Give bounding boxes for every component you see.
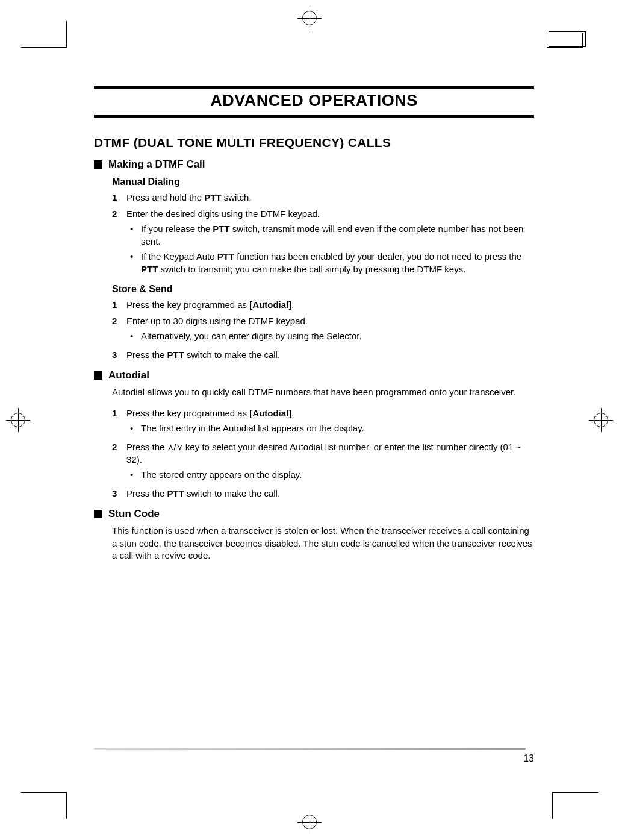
- step-number: 2: [112, 315, 126, 345]
- text: Enter the desired digits using the DTMF …: [126, 208, 320, 219]
- page-number: 13: [523, 753, 534, 764]
- text-bold: PTT: [217, 251, 234, 262]
- step-number: 3: [112, 348, 126, 361]
- text-bold: [Autodial]: [249, 408, 291, 418]
- crop-mark: [549, 31, 586, 47]
- text: If the Keypad Auto: [141, 251, 217, 262]
- bullet-list: •The first entry in the Autodial list ap…: [126, 422, 534, 434]
- text: Press and hold the: [126, 192, 204, 202]
- step-number: 1: [112, 191, 126, 204]
- text-bold: [Autodial]: [249, 299, 291, 310]
- text-bold: PTT: [167, 349, 184, 360]
- heading-store-send: Store & Send: [112, 284, 534, 295]
- crop-mark: [66, 21, 67, 48]
- bullet-body: The first entry in the Autodial list app…: [141, 422, 534, 434]
- text: Press the: [126, 349, 167, 360]
- subsection-making-dtmf-call: Making a DTMF Call: [94, 158, 534, 171]
- crop-mark: [66, 792, 67, 819]
- list-item: •The stored entry appears on the display…: [126, 468, 534, 481]
- registration-mark: [297, 6, 322, 30]
- bullet-list: •The stored entry appears on the display…: [126, 468, 534, 481]
- bullet-body: The stored entry appears on the display.: [141, 468, 534, 481]
- text: .: [291, 299, 294, 310]
- subsection-stun-code: Stun Code: [94, 508, 534, 520]
- chapter-title: ADVANCED OPERATIONS: [94, 86, 534, 118]
- step-number: 2: [112, 440, 126, 483]
- text-bold: PTT: [141, 264, 158, 274]
- text: key to select your desired Autodial list…: [126, 442, 521, 465]
- text: Enter up to 30 digits using the DTMF key…: [126, 316, 308, 326]
- step-body: Press and hold the PTT switch.: [126, 191, 534, 204]
- text: switch to make the call.: [184, 488, 280, 498]
- text: Press the key programmed as: [126, 299, 249, 310]
- ordered-list: 1 Press and hold the PTT switch. 2 Enter…: [112, 191, 534, 278]
- subsection-autodial: Autodial: [94, 369, 534, 381]
- list-item: 1 Press and hold the PTT switch.: [112, 191, 534, 204]
- step-body: Press the key programmed as [Autodial].: [126, 298, 534, 311]
- step-body: Press the PTT switch to make the call.: [126, 348, 534, 361]
- crop-mark: [21, 792, 66, 793]
- list-item: 2 Enter the desired digits using the DTM…: [112, 207, 534, 278]
- list-item: •Alternatively, you can enter digits by …: [126, 330, 534, 342]
- bullet-icon: •: [126, 468, 141, 481]
- bullet-icon: •: [126, 250, 141, 275]
- crop-mark: [553, 792, 598, 793]
- step-body: Press the PTT switch to make the call.: [126, 487, 534, 500]
- subsection-title: Stun Code: [108, 508, 160, 520]
- paragraph: This function is used when a transceiver…: [112, 525, 534, 562]
- paragraph: Autodial allows you to quickly call DTMF…: [112, 386, 534, 398]
- section-title: DTMF (DUAL TONE MULTI FREQUENCY) CALLS: [94, 136, 534, 150]
- page-content: ADVANCED OPERATIONS DTMF (DUAL TONE MULT…: [67, 47, 552, 793]
- step-number: 1: [112, 407, 126, 437]
- bullet-square-icon: [94, 371, 102, 380]
- ordered-list: 1Press the key programmed as [Autodial].…: [112, 298, 534, 361]
- bullet-icon: •: [126, 222, 141, 248]
- list-item: 2Press the ⋏/⋎ key to select your desire…: [112, 440, 534, 483]
- text: function has been enabled by your dealer…: [234, 251, 521, 262]
- arrow-icon: ⋏/⋎: [167, 442, 183, 452]
- text-bold: PTT: [167, 488, 184, 498]
- text: switch.: [222, 192, 252, 202]
- text-bold: PTT: [213, 224, 229, 234]
- bullet-square-icon: [94, 510, 102, 518]
- text: Press the key programmed as: [126, 408, 249, 418]
- registration-mark: [589, 408, 613, 432]
- bullet-square-icon: [94, 160, 102, 169]
- bullet-body: Alternatively, you can enter digits by u…: [141, 330, 534, 342]
- list-item: 1Press the key programmed as [Autodial].: [112, 298, 534, 311]
- text: .: [291, 408, 294, 418]
- list-item: •If the Keypad Auto PTT function has bee…: [126, 250, 534, 275]
- crop-mark: [547, 47, 583, 48]
- heading-manual-dialing: Manual Dialing: [112, 177, 534, 187]
- list-item: •The first entry in the Autodial list ap…: [126, 422, 534, 434]
- bullet-body: If you release the PTT switch, transmit …: [141, 222, 534, 248]
- list-item: 3Press the PTT switch to make the call.: [112, 487, 534, 500]
- text: If you release the: [141, 224, 213, 234]
- step-number: 1: [112, 298, 126, 311]
- list-item: 1Press the key programmed as [Autodial].…: [112, 407, 534, 437]
- crop-mark: [552, 792, 553, 819]
- step-number: 3: [112, 487, 126, 500]
- text: Press the: [126, 442, 167, 452]
- registration-mark: [6, 408, 30, 432]
- ordered-list: 1Press the key programmed as [Autodial].…: [112, 407, 534, 500]
- step-body: Press the key programmed as [Autodial]. …: [126, 407, 534, 437]
- text: switch to make the call.: [184, 349, 280, 360]
- bullet-icon: •: [126, 330, 141, 342]
- text-bold: PTT: [204, 192, 221, 202]
- bullet-list: •If you release the PTT switch, transmit…: [126, 222, 534, 275]
- list-item: 2Enter up to 30 digits using the DTMF ke…: [112, 315, 534, 345]
- crop-mark: [21, 47, 66, 48]
- bullet-list: •Alternatively, you can enter digits by …: [126, 330, 534, 342]
- crop-mark: [582, 33, 583, 48]
- bullet-body: If the Keypad Auto PTT function has been…: [141, 250, 534, 275]
- subsection-title: Autodial: [108, 369, 149, 381]
- step-body: Press the ⋏/⋎ key to select your desired…: [126, 440, 534, 483]
- step-body: Enter up to 30 digits using the DTMF key…: [126, 315, 534, 345]
- step-number: 2: [112, 207, 126, 278]
- bullet-icon: •: [126, 422, 141, 434]
- text: Press the: [126, 488, 167, 498]
- list-item: •If you release the PTT switch, transmit…: [126, 222, 534, 248]
- footer-divider: [94, 748, 526, 750]
- registration-mark: [297, 810, 322, 834]
